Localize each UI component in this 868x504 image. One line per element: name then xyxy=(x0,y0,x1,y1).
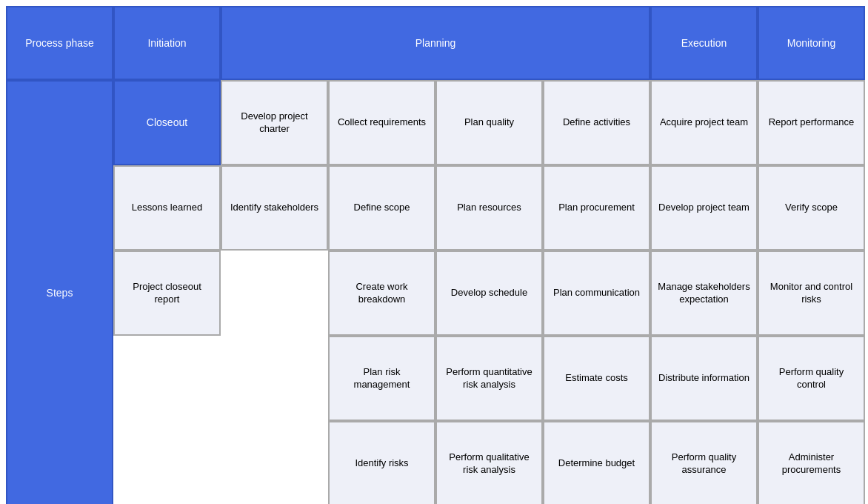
cell-plan-communication: Plan communication xyxy=(543,251,650,336)
cell-distribute-information: Distribute information xyxy=(650,336,758,421)
header-monitoring: Monitoring xyxy=(758,6,865,80)
cell-empty-r4-c2 xyxy=(221,251,328,336)
header-initiation: Initiation xyxy=(113,6,221,80)
cell-project-closeout-report: Project closeout report xyxy=(113,251,221,336)
cell-define-activities: Define activities xyxy=(543,80,650,165)
cell-create-work-breakdown: Create work breakdown xyxy=(328,251,435,336)
cell-estimate-costs: Estimate costs xyxy=(543,336,650,421)
cell-develop-project-team: Develop project team xyxy=(650,165,758,251)
header-closeout: Closeout xyxy=(113,80,221,165)
cell-plan-risk-management: Plan risk management xyxy=(328,336,435,421)
cell-manage-stakeholders-expectation: Manage stakeholders expectation xyxy=(650,251,758,336)
cell-plan-quality: Plan quality xyxy=(435,80,543,165)
cell-empty-r5-c2 xyxy=(221,336,328,421)
cell-perform-quality-control: Perform quality control xyxy=(758,336,865,421)
cell-lessons-learned: Lessons learned xyxy=(113,165,221,251)
header-process-phase: Process phase xyxy=(6,6,113,80)
cell-develop-project-charter: Develop project charter xyxy=(221,80,328,165)
cell-empty-r5-c8 xyxy=(113,421,221,504)
cell-empty-r6-c2 xyxy=(221,421,328,504)
cell-perform-qualitative-risk-analysis: Perform qualitative risk analysis xyxy=(435,421,543,504)
cell-empty-r4-c8 xyxy=(113,336,221,421)
cell-develop-schedule: Develop schedule xyxy=(435,251,543,336)
cell-perform-quality-assurance: Perform quality assurance xyxy=(650,421,758,504)
steps-label: Steps xyxy=(6,80,113,504)
cell-acquire-project-team: Acquire project team xyxy=(650,80,758,165)
header-planning: Planning xyxy=(221,6,650,80)
cell-report-performance: Report performance xyxy=(758,80,865,165)
cell-administer-procurements: Administer procurements xyxy=(758,421,865,504)
cell-verify-scope: Verify scope xyxy=(758,165,865,251)
cell-identify-stakeholders: Identify stakeholders xyxy=(221,165,328,251)
cell-perform-quantitative-risk-analysis: Perform quantitative risk analysis xyxy=(435,336,543,421)
cell-plan-resources: Plan resources xyxy=(435,165,543,251)
cell-determine-budget: Determine budget xyxy=(543,421,650,504)
cell-define-scope: Define scope xyxy=(328,165,435,251)
cell-identify-risks: Identify risks xyxy=(328,421,435,504)
cell-monitor-and-control-risks: Monitor and control risks xyxy=(758,251,865,336)
cell-collect-requirements: Collect requirements xyxy=(328,80,435,165)
header-execution: Execution xyxy=(650,6,758,80)
cell-plan-procurement: Plan procurement xyxy=(543,165,650,251)
